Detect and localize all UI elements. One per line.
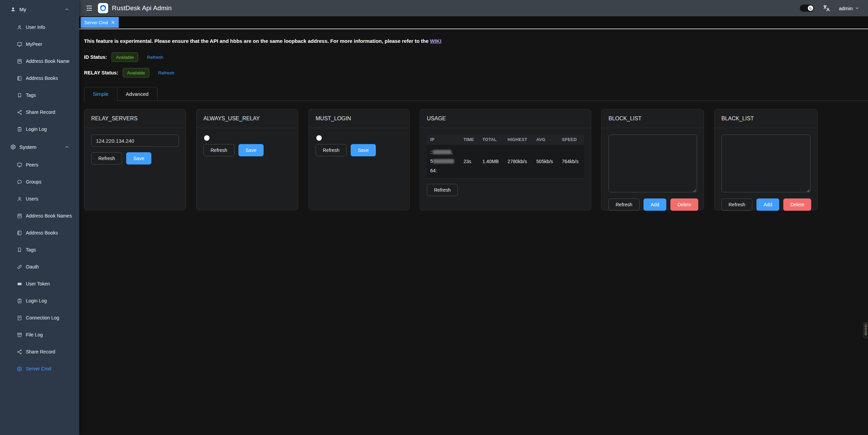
save-button[interactable]: Save [351, 144, 376, 156]
sidebar-item-users[interactable]: Users [0, 190, 79, 207]
refresh-button[interactable]: Refresh [316, 144, 347, 156]
col-header-avg: AVG [533, 135, 558, 145]
sidebar-item-label: MyPeer [26, 41, 42, 47]
sidebar-item-tags[interactable]: Tags [0, 87, 79, 104]
sidebar-item-file-log[interactable]: File Log [0, 326, 79, 343]
id-status-refresh-link[interactable]: Refresh [147, 55, 163, 60]
chevron-down-icon [855, 6, 859, 10]
tab-label: Server Cmd [84, 20, 108, 25]
cell-total: 1.40MB [479, 145, 504, 178]
tab-server-cmd[interactable]: Server Cmd ✕ [81, 17, 119, 28]
user-menu[interactable]: admin [839, 5, 859, 11]
sidebar-item-address-books[interactable]: Address Books [0, 224, 79, 241]
sidebar-group-my[interactable]: My [0, 0, 79, 19]
relay-status-refresh-link[interactable]: Refresh [158, 70, 174, 75]
sidebar-item-share-record[interactable]: Share Record [0, 343, 79, 360]
sidebar-item-user-token[interactable]: User Token [0, 275, 79, 292]
refresh-button[interactable]: Refresh [721, 198, 752, 211]
chat-icon [17, 179, 22, 185]
sidebar-item-label: File Log [26, 332, 43, 337]
refresh-button[interactable]: Refresh [427, 184, 458, 196]
user-outline-icon [17, 196, 22, 202]
notebook-icon [17, 230, 22, 236]
edge-minimap-widget[interactable] [863, 322, 868, 338]
col-header-ip: IP [427, 135, 460, 145]
banner-text: This feature is experimental. Please ens… [84, 38, 430, 44]
usage-table: IP TIME TOTAL HIGHEST AVG SPEED ::, [427, 135, 584, 178]
sidebar-item-address-book-names[interactable]: Address Book Names [0, 207, 79, 224]
sidebar-item-mypeer[interactable]: MyPeer [0, 36, 79, 53]
archive-icon [17, 332, 22, 338]
refresh-button[interactable]: Refresh [91, 152, 122, 164]
sidebar-item-label: Peers [26, 162, 38, 168]
add-button[interactable]: Add [756, 198, 779, 211]
card-title: USAGE [420, 109, 591, 128]
tab-advanced[interactable]: Advanced [117, 87, 157, 101]
menu-fold-icon[interactable] [85, 4, 93, 12]
sidebar-item-label: Share Record [26, 349, 55, 354]
relay-servers-input[interactable] [91, 135, 179, 147]
app-title: RustDesk Api Admin [112, 4, 172, 12]
tag-close-icon[interactable]: ✕ [111, 20, 115, 25]
sidebar-item-address-books[interactable]: Address Books [0, 70, 79, 87]
save-button[interactable]: Save [126, 152, 151, 164]
status-badge: Available [123, 68, 150, 77]
topbar: RustDesk Api Admin admin [79, 0, 868, 16]
sidebar-item-peers[interactable]: Peers [0, 156, 79, 173]
translate-icon[interactable] [822, 4, 831, 12]
cell-speed: 764kb/s [558, 145, 584, 178]
monitor-icon [17, 162, 22, 168]
card-title: MUST_LOGIN [309, 109, 409, 128]
document-icon [17, 315, 22, 321]
sidebar-item-login-log[interactable]: Login Log [0, 292, 79, 309]
table-row: ::, 5 64: 23s 1.40MB 2780kb/s 505kb/s 76… [427, 145, 584, 178]
ticket-icon [17, 281, 22, 287]
sidebar-item-user-info[interactable]: User Info [0, 19, 79, 36]
tab-simple[interactable]: Simple [84, 87, 117, 101]
col-header-highest: HIGHEST [504, 135, 533, 145]
gear-icon [17, 366, 22, 372]
save-button[interactable]: Save [238, 144, 264, 156]
relay-status-row: RELAY Status: Available Refresh [84, 68, 868, 78]
sidebar-item-connection-log[interactable]: Connection Log [0, 309, 79, 326]
bookmark-icon [17, 92, 22, 98]
sidebar-item-label: Share Record [26, 109, 55, 115]
sidebar-item-label: Address Books [26, 230, 58, 236]
dark-mode-toggle[interactable] [800, 4, 814, 12]
refresh-button[interactable]: Refresh [608, 198, 639, 211]
card-title: RELAY_SERVERS [84, 109, 186, 128]
sidebar-item-groups[interactable]: Groups [0, 173, 79, 190]
card-black-list: BLACK_LIST Refresh Add Delete [714, 109, 818, 210]
sidebar-item-label: Connection Log [26, 315, 59, 320]
relay-status-label: RELAY Status: [84, 70, 118, 75]
sidebar-item-address-book-name[interactable]: Address Book Name [0, 53, 79, 70]
add-button[interactable]: Add [644, 198, 666, 211]
sidebar-item-label: User Token [26, 281, 50, 286]
settings-cards: RELAY_SERVERS Refresh Save ALWAYS_USE_RE… [84, 109, 868, 210]
link-icon [17, 264, 22, 270]
refresh-button[interactable]: Refresh [203, 144, 234, 156]
card-title: ALWAYS_USE_RELAY [197, 109, 298, 128]
block-list-textarea[interactable] [608, 135, 697, 192]
sidebar-item-label: Oauth [26, 264, 39, 269]
sidebar-item-oauth[interactable]: Oauth [0, 258, 79, 275]
card-relay-servers: RELAY_SERVERS Refresh Save [84, 109, 186, 210]
delete-button[interactable]: Delete [670, 198, 698, 211]
sidebar-item-tags[interactable]: Tags [0, 241, 79, 258]
cell-ip: ::, 5 64: [427, 145, 460, 178]
id-status-row: ID Status: Available Refresh [84, 52, 868, 62]
sidebar-item-login-log[interactable]: Login Log [0, 121, 79, 138]
notebook-icon [17, 75, 22, 81]
black-list-textarea[interactable] [721, 135, 811, 192]
chevron-up-icon [65, 145, 69, 149]
sidebar-item-share-record[interactable]: Share Record [0, 104, 79, 121]
col-header-time: TIME [460, 135, 479, 145]
delete-button[interactable]: Delete [783, 198, 811, 211]
sidebar-group-system[interactable]: System [0, 138, 79, 156]
rustdesk-logo [98, 3, 108, 13]
wiki-link[interactable]: WIKI [430, 38, 441, 44]
sidebar-item-server-cmd[interactable]: Server Cmd [0, 360, 79, 377]
clipboard-icon [17, 298, 22, 304]
gear-icon [10, 144, 16, 150]
redacted-ip-segment [433, 150, 451, 154]
